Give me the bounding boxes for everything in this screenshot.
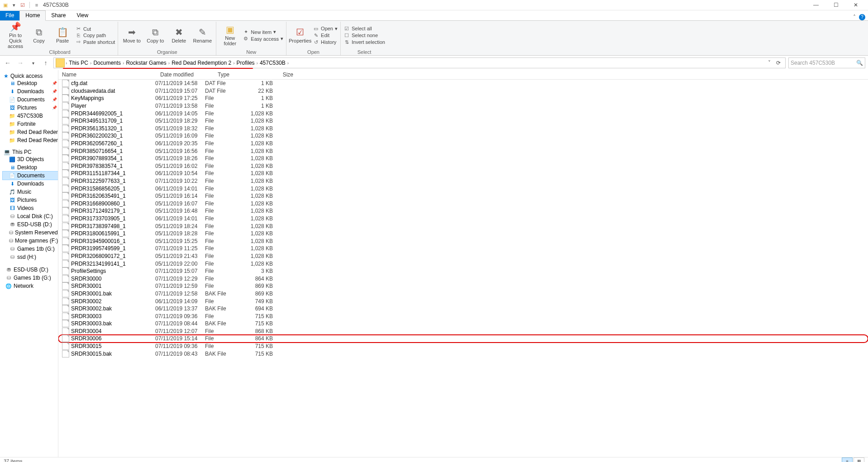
nav-item[interactable]: 🖼 Pictures 📌 [3, 104, 58, 112]
nav-item[interactable]: 🌐 Network [3, 282, 58, 290]
cut-button[interactable]: ✂Cut [75, 26, 115, 32]
table-row[interactable]: PRDR31995749599_1 07/11/2019 11:25 File … [58, 245, 868, 252]
icons-view-button[interactable]: ▦ [854, 457, 864, 462]
copy-path-button[interactable]: ⎘Copy path [75, 33, 115, 38]
table-row[interactable]: ProfileSettings 07/11/2019 15:07 File 3 … [58, 267, 868, 275]
nav-item[interactable]: 📁 Fortnite [3, 120, 58, 128]
nav-item[interactable]: 🖥 Desktop [3, 163, 58, 171]
table-row[interactable]: PRDR3446992005_1 06/11/2019 14:05 File 1… [58, 110, 868, 117]
chevron-right-icon[interactable]: › [287, 61, 289, 66]
address-bar[interactable]: › This PC›Documents›Rockstar Games›Red D… [53, 57, 786, 68]
table-row[interactable]: PRDR3495131709_1 05/11/2019 18:29 File 1… [58, 117, 868, 125]
tab-view[interactable]: View [71, 11, 94, 20]
edit-button[interactable]: ✎Edit [313, 33, 338, 38]
nav-item[interactable]: ⬇ Downloads [3, 180, 58, 188]
pin-to-quick-access-button[interactable]: 📌 Pin to Quick access [5, 22, 26, 49]
paste-shortcut-button[interactable]: ⇨Paste shortcut [75, 39, 115, 45]
table-row[interactable]: PRDR31225977633_1 07/11/2019 10:22 File … [58, 177, 868, 185]
table-row[interactable]: PRDR3561351320_1 05/11/2019 18:32 File 1… [58, 125, 868, 133]
tab-file[interactable]: File [0, 11, 19, 20]
col-modified[interactable]: Date modified [157, 71, 214, 78]
table-row[interactable]: PRDR31620635491_1 05/11/2019 16:14 File … [58, 192, 868, 200]
table-row[interactable]: PRDR3978383574_1 05/11/2019 16:02 File 1… [58, 162, 868, 170]
table-row[interactable]: PRDR32068090172_1 05/11/2019 21:43 File … [58, 252, 868, 260]
table-row[interactable]: SRDR30015 07/11/2019 09:36 File 715 KB [58, 343, 868, 350]
help-button[interactable]: ? [859, 14, 865, 20]
table-row[interactable]: PRDR31800615991_1 05/11/2019 18:28 File … [58, 230, 868, 238]
nav-item[interactable]: 🖥 Desktop 📌 [3, 79, 58, 87]
table-row[interactable]: SRDR30002.bak 06/11/2019 13:37 BAK File … [58, 305, 868, 313]
table-row[interactable]: PRDR3907889354_1 05/11/2019 18:26 File 1… [58, 155, 868, 162]
refresh-button[interactable]: ⟳ [773, 60, 784, 66]
rename-button[interactable]: ✎Rename [191, 27, 213, 43]
nav-item[interactable]: ⛁ Games 1tb (G:) [3, 274, 58, 282]
close-button[interactable]: ✕ [848, 2, 863, 8]
nav-this-pc[interactable]: 💻This PC [3, 149, 58, 155]
select-none-button[interactable]: ☐Select none [343, 33, 385, 38]
tab-share[interactable]: Share [46, 11, 71, 20]
nav-item[interactable]: ⛃ ESD-USB (D:) [3, 266, 58, 274]
table-row[interactable]: PRDR31668900860_1 05/11/2019 16:07 File … [58, 200, 868, 208]
history-button[interactable]: ↺History [313, 39, 338, 45]
nav-item[interactable]: ⛁ System Reserved (E: [3, 229, 58, 237]
table-row[interactable]: SRDR30001 07/11/2019 12:59 File 869 KB [58, 282, 868, 290]
select-all-button[interactable]: ☑Select all [343, 26, 385, 32]
minimize-button[interactable]: — [808, 2, 824, 8]
col-type[interactable]: Type [214, 71, 262, 78]
nav-item[interactable]: 📄 Documents [3, 171, 58, 180]
forward-button[interactable]: → [15, 58, 25, 68]
nav-item[interactable]: 📁 Red Dead Redempti [3, 136, 58, 144]
table-row[interactable]: SRDR30003 07/11/2019 09:36 File 715 KB [58, 312, 868, 320]
up-button[interactable]: ↑ [41, 58, 51, 68]
table-row[interactable]: PRDR32134199141_1 05/11/2019 22:00 File … [58, 260, 868, 267]
properties-button[interactable]: ☑Properties [289, 27, 311, 43]
table-row[interactable]: SRDR30003.bak 07/11/2019 08:44 BAK File … [58, 320, 868, 328]
breadcrumb-item[interactable]: This PC [67, 60, 90, 66]
new-item-button[interactable]: ✦New item ▾ [243, 29, 283, 35]
maximize-button[interactable]: ☐ [828, 2, 844, 8]
table-row[interactable]: PRDR3850716654_1 05/11/2019 16:56 File 1… [58, 147, 868, 155]
move-to-button[interactable]: ➡Move to [121, 27, 143, 43]
table-row[interactable]: PRDR31945900016_1 05/11/2019 15:25 File … [58, 237, 868, 245]
search-box[interactable]: Search 457C530B 🔍 [788, 57, 865, 68]
table-row[interactable]: Player 07/11/2019 13:58 File 1 KB [58, 102, 868, 110]
tab-home[interactable]: Home [19, 10, 46, 21]
nav-item[interactable]: 📁 457C530B [3, 112, 58, 120]
nav-item[interactable]: 📁 Red Dead Redempti [3, 128, 58, 136]
nav-item[interactable]: ⛁ ssd (H:) [3, 253, 58, 261]
table-row[interactable]: PRDR31712492179_1 05/11/2019 16:48 File … [58, 207, 868, 215]
table-row[interactable]: KeyMappings 06/11/2019 17:25 File 1 KB [58, 95, 868, 102]
table-row[interactable]: SRDR30004 07/11/2019 12:07 File 868 KB [58, 328, 868, 335]
nav-item[interactable]: ⬇ Downloads 📌 [3, 87, 58, 95]
nav-item[interactable]: ⛃ ESD-USB (D:) [3, 220, 58, 229]
col-name[interactable]: Name [58, 71, 157, 78]
copy-to-button[interactable]: ⧉Copy to [144, 27, 166, 43]
col-size[interactable]: Size [262, 71, 297, 78]
nav-item[interactable]: 📄 Documents 📌 [3, 95, 58, 104]
nav-item[interactable]: ⛁ Games 1tb (G:) [3, 245, 58, 253]
nav-item[interactable]: ⛁ Local Disk (C:) [3, 212, 58, 220]
table-row[interactable]: SRDR30000 07/11/2019 12:29 File 864 KB [58, 275, 868, 282]
breadcrumb-item[interactable]: 457C530B [258, 60, 287, 66]
paste-button[interactable]: 📋 Paste [52, 27, 73, 43]
recent-button[interactable]: ▾ [28, 58, 38, 68]
overflow-icon[interactable]: ≡ [33, 1, 40, 9]
delete-button[interactable]: ✖Delete [168, 27, 190, 43]
nav-quick-access[interactable]: ★Quick access [3, 73, 58, 79]
nav-item[interactable]: 🎞 Videos [3, 204, 58, 212]
nav-item[interactable]: ⛁ More gamnes (F:) [3, 237, 58, 245]
table-row[interactable]: PRDR31586856205_1 06/11/2019 14:01 File … [58, 185, 868, 192]
nav-item[interactable]: 🎵 Music [3, 188, 58, 196]
collapse-ribbon-button[interactable]: ˄ [850, 14, 859, 20]
breadcrumb-item[interactable]: Rockstar Games [124, 60, 168, 66]
expand-qat-icon[interactable]: ▾ [10, 1, 18, 9]
address-dropdown-button[interactable]: ˅ [766, 60, 773, 66]
breadcrumb-item[interactable]: Red Dead Redemption 2 [170, 60, 233, 66]
table-row[interactable]: cfg.dat 07/11/2019 14:58 DAT File 1 KB [58, 80, 868, 87]
table-row[interactable]: cloudsavedata.dat 07/11/2019 15:07 DAT F… [58, 87, 868, 95]
file-list[interactable]: cfg.dat 07/11/2019 14:58 DAT File 1 KB c… [58, 80, 868, 457]
table-row[interactable]: PRDR3620567260_1 06/11/2019 20:35 File 1… [58, 140, 868, 148]
table-row[interactable]: PRDR31151187344_1 06/11/2019 10:54 File … [58, 170, 868, 177]
details-view-button[interactable]: ≡ [842, 457, 853, 462]
nav-item[interactable]: 🖼 Pictures [3, 196, 58, 204]
